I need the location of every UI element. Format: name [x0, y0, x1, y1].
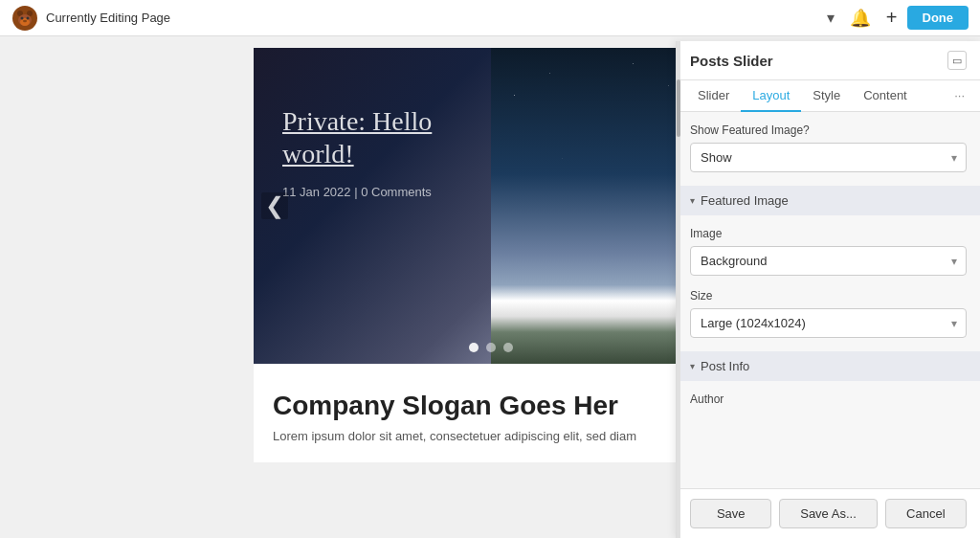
done-button[interactable]: Done: [907, 6, 969, 30]
panel-footer: Save Save As... Cancel: [677, 488, 980, 538]
svg-point-7: [23, 19, 27, 21]
scroll-indicator: [677, 41, 680, 538]
cancel-button[interactable]: Cancel: [885, 499, 967, 528]
post-info-section-label: Post Info: [701, 359, 749, 373]
panel-title: Posts Slider: [690, 53, 947, 69]
bell-icon[interactable]: 🔔: [850, 8, 871, 29]
featured-image-section-label: Featured Image: [701, 193, 789, 208]
page-title: Currently Editing Page: [46, 11, 170, 25]
size-select[interactable]: Large (1024x1024) Medium (300x300) Full …: [690, 308, 967, 338]
below-slider-content: Company Slogan Goes Her Lorem ipsum dolo…: [254, 364, 727, 462]
featured-image-section[interactable]: ▾ Featured Image: [677, 186, 980, 215]
plus-icon[interactable]: +: [886, 7, 898, 29]
slide-meta: 11 Jan 2022 | 0 Comments: [282, 185, 493, 199]
image-select[interactable]: Background Above Title Below Title: [690, 246, 967, 276]
panel-collapse-button[interactable]: ▭: [947, 51, 967, 70]
scroll-thumb: [677, 79, 680, 137]
slogan-title: Company Slogan Goes Her: [273, 391, 708, 421]
slide-title: Private: Hello world!: [282, 105, 493, 169]
show-featured-image-label: Show Featured Image?: [690, 123, 967, 137]
size-select-wrapper: Large (1024x1024) Medium (300x300) Full …: [690, 308, 967, 338]
panel-header: Posts Slider ▭: [677, 41, 980, 80]
slider-prev-arrow[interactable]: ❮: [261, 192, 288, 219]
slider-container: Private: Hello world! 11 Jan 2022 | 0 Co…: [254, 48, 727, 364]
image-select-wrapper: Background Above Title Below Title ▾: [690, 246, 967, 276]
save-as-button[interactable]: Save As...: [779, 499, 877, 528]
svg-point-5: [21, 16, 24, 19]
section-chevron-icon: ▾: [690, 361, 695, 371]
svg-point-6: [27, 16, 30, 19]
slider-dots: [469, 343, 513, 352]
tab-content[interactable]: Content: [852, 80, 919, 112]
tab-slider[interactable]: Slider: [686, 80, 741, 112]
dot-3[interactable]: [503, 343, 513, 352]
logo-icon: [11, 5, 38, 32]
slogan-subtitle: Lorem ipsum dolor sit amet, consectetuer…: [273, 429, 708, 443]
tab-layout[interactable]: Layout: [741, 80, 801, 112]
author-label: Author: [690, 392, 967, 406]
tab-style[interactable]: Style: [801, 80, 852, 112]
panel-body: Show Featured Image? Show Hide ▾ ▾ Featu…: [677, 112, 980, 488]
save-button[interactable]: Save: [690, 499, 771, 528]
show-featured-image-wrapper: Show Hide ▾: [690, 143, 967, 172]
tab-more[interactable]: ···: [948, 80, 970, 112]
main-area: Private: Hello world! 11 Jan 2022 | 0 Co…: [0, 36, 980, 538]
section-chevron-icon: ▾: [690, 195, 695, 206]
dot-1[interactable]: [469, 343, 479, 352]
settings-panel: Posts Slider ▭ Slider Layout Style Conte…: [676, 41, 980, 538]
top-bar: Currently Editing Page ▾ 🔔 + Done: [0, 0, 980, 36]
size-label: Size: [690, 289, 967, 303]
image-label: Image: [690, 227, 967, 240]
panel-tabs: Slider Layout Style Content ···: [677, 80, 980, 112]
show-featured-image-select[interactable]: Show Hide: [690, 143, 967, 172]
preview-area: Private: Hello world! 11 Jan 2022 | 0 Co…: [254, 48, 727, 462]
post-info-section[interactable]: ▾ Post Info: [677, 351, 980, 381]
chevron-down-icon[interactable]: ▾: [827, 9, 835, 27]
dot-2[interactable]: [486, 343, 496, 352]
slider-text-overlay: Private: Hello world! 11 Jan 2022 | 0 Co…: [282, 105, 493, 199]
